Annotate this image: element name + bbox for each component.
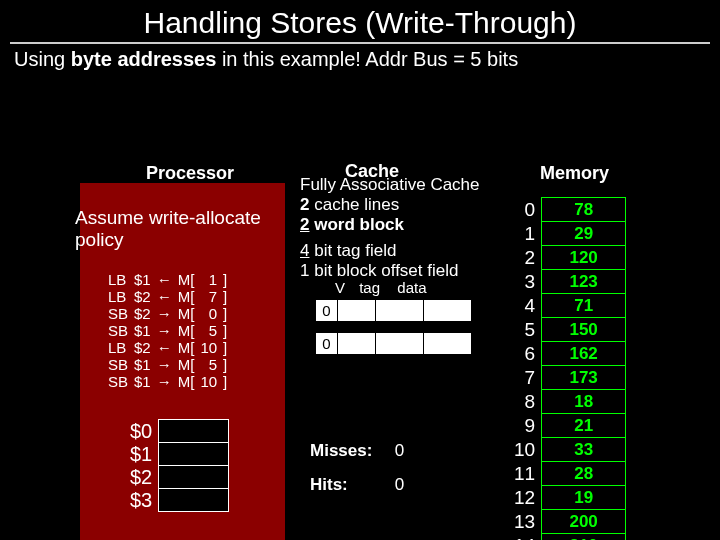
memory-row: 5150 [514,318,626,342]
misses-value: 0 [395,441,404,460]
assume-text: Assume write-allocate policy [75,207,261,251]
cache-table-header: V tag data [335,279,427,296]
memory-row: 7173 [514,366,626,390]
subtitle-bold: byte addresses [71,48,217,70]
main-area: Processor Cache Memory Assume write-allo… [0,71,720,521]
hits-label: Hits: [310,475,390,495]
memory-row: 921 [514,414,626,438]
cache-col-v: V [335,279,355,296]
instruction-row: SB$2→M[0] [105,305,230,322]
memory-row: 818 [514,390,626,414]
hits-row: Hits: 0 [310,475,404,495]
misses-label: Misses: [310,441,390,461]
instruction-row: SB$1→M[10] [105,373,230,390]
memory-row: 1128 [514,462,626,486]
register-row: $0 [130,420,229,443]
memory-table: 0781292120312347151506162717381892110331… [514,197,626,540]
hits-value: 0 [395,475,404,494]
cache-col-tag: tag [359,279,393,296]
cache-tagbits-label: bit tag field [309,241,396,260]
instruction-row: SB$1→M[5] [105,322,230,339]
memory-row: 13200 [514,510,626,534]
stats: Misses: 0 Hits: 0 [310,441,404,509]
memory-row: 1219 [514,486,626,510]
memory-row: 078 [514,198,626,222]
register-row: $1 [130,443,229,466]
memory-row: 1033 [514,438,626,462]
memory-row: 129 [514,222,626,246]
cache-col-data: data [397,279,426,296]
memory-row: 14210 [514,534,626,541]
instruction-list: LB$1←M[1]LB$2←M[7]SB$2→M[0]SB$1→M[5]LB$2… [105,271,230,390]
assume-line1: Assume write-allocate [75,207,261,228]
cache-desc-line2: 2 cache lines [300,195,480,215]
subtitle-pre: Using [14,48,71,70]
cache-desc-line5: 1 bit block offset field [300,261,480,281]
cache-line: 0 [315,299,472,322]
cache-line: 0 [315,332,472,355]
memory-heading: Memory [540,163,609,184]
instruction-row: LB$2←M[7] [105,288,230,305]
cache-lines-label: cache lines [309,195,399,214]
processor-heading: Processor [146,163,234,184]
cache-desc-line1: Fully Associative Cache [300,175,480,195]
memory-row: 6162 [514,342,626,366]
register-file: $0$1$2$3 [130,419,229,512]
cache-lines: 00 [315,299,472,365]
cache-desc-line3: 2 word block [300,215,480,235]
misses-row: Misses: 0 [310,441,404,461]
assume-line2: policy [75,229,124,250]
cache-desc-line4: 4 bit tag field [300,241,480,261]
instruction-row: LB$2←M[10] [105,339,230,356]
register-row: $2 [130,466,229,489]
memory-row: 3123 [514,270,626,294]
cache-wordblock-label: word block [309,215,403,234]
memory-row: 471 [514,294,626,318]
instruction-row: LB$1←M[1] [105,271,230,288]
subtitle: Using byte addresses in this example! Ad… [0,48,720,71]
register-row: $3 [130,489,229,512]
cache-description: Fully Associative Cache 2 cache lines 2 … [300,175,480,281]
title-divider [10,42,710,44]
slide-title: Handling Stores (Write-Through) [0,0,720,42]
instruction-row: SB$1→M[5] [105,356,230,373]
subtitle-post: in this example! Addr Bus = 5 bits [216,48,518,70]
memory-row: 2120 [514,246,626,270]
